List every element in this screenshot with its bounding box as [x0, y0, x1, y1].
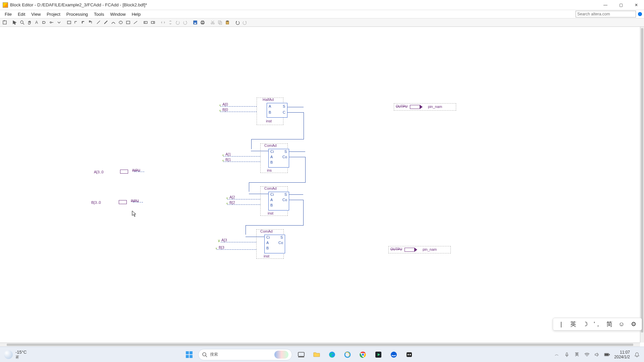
rubberband-toggle-icon[interactable] — [142, 19, 149, 26]
taskbar-app2-icon[interactable] — [403, 348, 416, 361]
taskbar-edge-icon[interactable] — [326, 348, 338, 361]
rotate-right-icon[interactable] — [182, 19, 189, 26]
ha-inst: inst — [266, 119, 272, 123]
tray-battery-icon[interactable] — [604, 352, 610, 358]
menu-tools[interactable]: Tools — [91, 11, 107, 17]
system-tray: ︿ 英 11:07 2024/1/2 — [554, 350, 640, 359]
diag-bus-tool-icon[interactable] — [103, 19, 109, 26]
ca2-title: ComAd — [264, 186, 277, 190]
task-view-button[interactable] — [295, 348, 308, 361]
taskbar-explorer-icon[interactable] — [310, 348, 323, 361]
pin-tool-drop-icon[interactable] — [56, 19, 62, 26]
undo-icon[interactable] — [234, 19, 241, 26]
print-icon[interactable] — [199, 19, 206, 26]
menu-window[interactable]: Window — [107, 11, 128, 17]
svg-point-5 — [50, 22, 51, 23]
search-go-icon[interactable] — [638, 12, 642, 16]
pin-x-icon: ¥ — [218, 239, 220, 243]
taskbar-search-label: 搜索 — [210, 352, 218, 357]
ime-punct-button[interactable]: '， — [593, 319, 602, 329]
text-tool-icon[interactable]: A — [34, 19, 40, 26]
menu-edit[interactable]: Edit — [15, 11, 28, 17]
ca1-port-b: B — [270, 160, 273, 164]
vertical-scrollbar[interactable] — [640, 27, 644, 343]
pin-x-icon: × — [215, 247, 217, 250]
svg-rect-37 — [298, 352, 304, 356]
app-icon — [3, 2, 8, 8]
node-tool-icon[interactable] — [73, 19, 80, 26]
ha-port-s: S — [283, 104, 285, 108]
menu-file[interactable]: File — [2, 11, 14, 17]
tray-mic-icon[interactable] — [564, 352, 570, 358]
start-button[interactable] — [183, 348, 196, 361]
taskbar: -15°C 雾 搜索 ︿ 英 11:07 2024/1/2 — [0, 347, 644, 362]
taskbar-weather[interactable]: -15°C 雾 — [4, 350, 44, 360]
block-tool-icon[interactable] — [66, 19, 72, 26]
ime-halfmoon-icon[interactable]: ☽ — [581, 319, 590, 329]
oval-tool-icon[interactable] — [117, 19, 124, 26]
minimize-button[interactable]: — — [598, 0, 613, 10]
taskbar-media-icon[interactable] — [372, 348, 385, 361]
taskbar-chrome-icon[interactable] — [357, 348, 369, 361]
close-button[interactable]: ✕ — [629, 0, 644, 10]
ca1-pin-b: B[1 — [225, 158, 231, 162]
flip-v-icon[interactable] — [167, 19, 174, 26]
ime-settings-icon[interactable]: ⚙ — [629, 319, 638, 329]
detach-window-icon[interactable] — [1, 19, 8, 26]
conduit-tool-icon[interactable] — [88, 19, 95, 26]
paste-icon[interactable] — [224, 19, 231, 26]
ime-simplified-button[interactable]: 简 — [605, 319, 614, 329]
svg-point-44 — [391, 352, 397, 358]
taskbar-app1-icon[interactable] — [387, 348, 400, 361]
tray-clock[interactable]: 11:07 2024/1/2 — [614, 350, 630, 359]
arc-tool-icon[interactable] — [110, 19, 117, 26]
bus-tool-icon[interactable] — [80, 19, 87, 26]
menu-processing[interactable]: Processing — [64, 11, 91, 17]
svg-line-9 — [97, 21, 100, 24]
menu-project[interactable]: Project — [44, 11, 63, 17]
horizontal-scrollbar[interactable] — [0, 343, 640, 347]
taskbar-ie-icon[interactable] — [341, 348, 354, 361]
taskbar-search-widget-icon — [274, 351, 288, 359]
ca2-pin-a: A[2 — [229, 195, 235, 199]
svg-point-2 — [20, 21, 23, 23]
tray-chevron-up-icon[interactable]: ︿ — [554, 352, 560, 358]
ca2-port-s: S — [284, 192, 287, 196]
ha-pin-a: A[0 — [222, 102, 228, 106]
symbol-tool-icon[interactable] — [41, 19, 48, 26]
menu-view[interactable]: View — [29, 11, 43, 17]
ime-caret-icon[interactable]: | — [556, 319, 566, 329]
schematic-canvas[interactable]: A[3..0 INPU B[3..0 INPU HalfAd A B S C — [0, 27, 644, 347]
tray-lang[interactable]: 英 — [574, 352, 580, 358]
ca2-inst: inst — [268, 211, 273, 215]
flip-h-icon[interactable] — [160, 19, 166, 26]
rotate-left-icon[interactable] — [174, 19, 181, 26]
titlebar: Block Editor - D:/EDAFILE/Example2_3/FCA… — [0, 0, 644, 10]
ime-emoji-icon[interactable]: ☺ — [617, 319, 626, 329]
hand-tool-icon[interactable] — [26, 19, 33, 26]
menu-help[interactable]: Help — [129, 11, 144, 17]
save-icon[interactable] — [192, 19, 199, 26]
selection-tool-icon[interactable] — [11, 19, 18, 26]
taskbar-search[interactable]: 搜索 — [198, 349, 292, 360]
partial-line-toggle-icon[interactable] — [150, 19, 156, 26]
maximize-button[interactable]: ▢ — [613, 0, 629, 10]
copy-icon[interactable] — [217, 19, 223, 26]
cut-icon[interactable] — [209, 19, 216, 26]
ca3-port-co: Co — [278, 241, 283, 245]
rect-draw-tool-icon[interactable] — [125, 19, 131, 26]
output-pin-1-name: pin_nam — [428, 105, 442, 109]
ime-lang-button[interactable]: 英 — [569, 319, 578, 329]
zoom-tool-icon[interactable] — [19, 19, 25, 26]
ime-toolbar[interactable]: | 英 ☽ '， 简 ☺ ⚙ — [553, 318, 642, 330]
redo-icon[interactable] — [241, 19, 248, 26]
pin-tool-icon[interactable] — [48, 19, 55, 26]
tray-wifi-icon[interactable] — [584, 352, 590, 358]
diag-node-tool-icon[interactable] — [95, 19, 102, 26]
weather-icon — [4, 350, 13, 359]
line-tool-icon[interactable] — [132, 19, 139, 26]
tray-notifications-icon[interactable] — [634, 352, 640, 358]
tray-volume-icon[interactable] — [594, 352, 600, 358]
svg-rect-31 — [186, 351, 189, 354]
search-input[interactable] — [576, 11, 636, 17]
